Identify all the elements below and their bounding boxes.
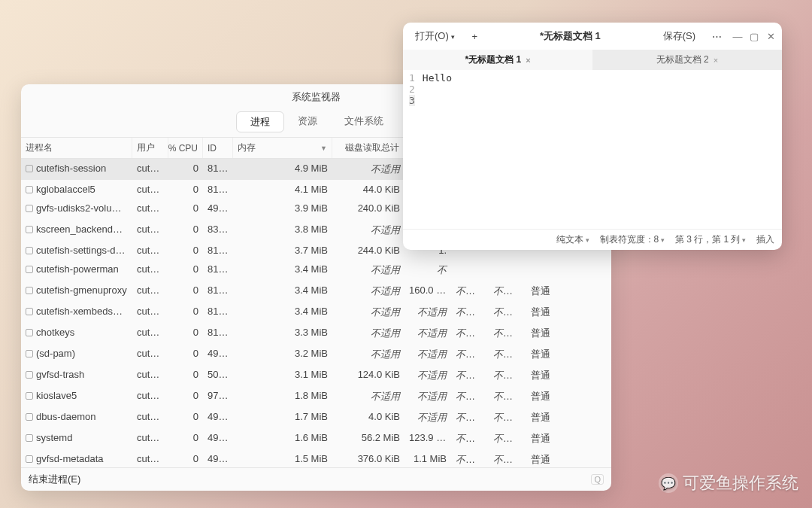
document-tabs: *无标题文档 1×无标题文档 2×	[403, 50, 782, 70]
document-tab[interactable]: *无标题文档 1×	[403, 50, 592, 70]
window-controls: — ▢ ✕	[732, 31, 776, 42]
open-button[interactable]: 打开(O) ▾	[409, 27, 461, 45]
save-button[interactable]: 保存(S)	[657, 27, 701, 45]
process-icon	[26, 205, 33, 212]
process-icon	[26, 226, 33, 233]
footer-bar: 结束进程(E) Q	[21, 467, 611, 491]
table-row[interactable]: dbus-daemoncutefish049111.7 MiB4.0 KiB不适…	[21, 407, 611, 428]
tab-processes[interactable]: 进程	[236, 111, 284, 132]
col-name[interactable]: 进程名	[21, 138, 132, 158]
table-row[interactable]: kioslave5cutefish097131.8 MiB不适用不适用不适用不适…	[21, 386, 611, 407]
process-icon	[26, 266, 33, 273]
col-disk-read[interactable]: 磁盘读取总计	[332, 138, 404, 158]
process-icon	[26, 434, 33, 442]
watermark: 💬 可爱鱼操作系统	[659, 472, 798, 494]
text-area[interactable]: Hello	[420, 70, 782, 229]
syntax-mode[interactable]: 纯文本	[556, 233, 589, 246]
col-memory[interactable]: 内存▼	[233, 138, 332, 158]
process-icon	[26, 186, 33, 193]
menu-button[interactable]: ⋯	[706, 29, 728, 44]
document-tab[interactable]: 无标题文档 2×	[592, 50, 782, 70]
process-icon	[26, 329, 33, 336]
sort-icon: ▼	[320, 144, 327, 152]
table-row[interactable]: cutefish-powermancutefish081443.4 MiB不适用…	[21, 260, 611, 281]
col-id[interactable]: ID	[203, 138, 233, 158]
editor-body: 123 Hello	[403, 70, 782, 229]
process-icon	[26, 165, 33, 172]
chevron-down-icon: ▾	[451, 33, 455, 41]
insert-mode[interactable]: 插入	[756, 233, 774, 246]
document-title: *无标题文档 1	[488, 29, 653, 43]
table-row[interactable]: chotkeyscutefish081423.3 MiB不适用不适用不适用不适用…	[21, 323, 611, 344]
table-row[interactable]: gvfsd-trashcutefish050793.1 MiB124.0 KiB…	[21, 365, 611, 386]
close-icon[interactable]: ✕	[765, 31, 776, 42]
col-cpu[interactable]: % CPU	[168, 138, 203, 158]
search-icon[interactable]: Q	[591, 474, 604, 485]
maximize-icon[interactable]: ▢	[749, 31, 759, 42]
table-row[interactable]: (sd-pam)cutefish049083.2 MiB不适用不适用不适用不适用…	[21, 344, 611, 365]
new-tab-button[interactable]: +	[465, 29, 483, 44]
col-user[interactable]: 用户	[132, 138, 168, 158]
table-row[interactable]: cutefish-xembedsniproxcutefish081423.4 M…	[21, 302, 611, 323]
process-icon	[26, 413, 33, 421]
table-row[interactable]: systemdcutefish049081.6 MiB56.2 MiB123.9…	[21, 428, 611, 449]
process-icon	[26, 308, 33, 315]
tab-width[interactable]: 制表符宽度：8	[600, 233, 665, 246]
minimize-icon[interactable]: —	[732, 31, 743, 42]
end-process-button[interactable]: 结束进程(E)	[29, 473, 80, 486]
tab-resources[interactable]: 资源	[284, 111, 331, 132]
wechat-icon: 💬	[659, 473, 678, 493]
tab-filesystems[interactable]: 文件系统	[331, 111, 397, 132]
process-icon	[26, 371, 33, 379]
cursor-position[interactable]: 第 3 行，第 1 列	[675, 233, 746, 246]
process-icon	[26, 350, 33, 357]
table-row[interactable]: gvfsd-metadatacutefish049221.5 MiB376.0 …	[21, 449, 611, 467]
status-bar: 纯文本 制表符宽度：8 第 3 行，第 1 列 插入	[403, 229, 782, 250]
table-row[interactable]: cutefish-gmenuproxycutefish081423.4 MiB不…	[21, 281, 611, 302]
process-icon	[26, 287, 33, 294]
tab-close-icon[interactable]: ×	[526, 56, 530, 65]
process-icon	[26, 455, 33, 463]
process-icon	[26, 392, 33, 400]
text-editor-window: 打开(O) ▾ + *无标题文档 1 保存(S) ⋯ — ▢ ✕ *无标题文档 …	[403, 23, 782, 250]
editor-header: 打开(O) ▾ + *无标题文档 1 保存(S) ⋯ — ▢ ✕	[403, 23, 782, 50]
process-icon	[26, 247, 33, 254]
tab-close-icon[interactable]: ×	[714, 56, 718, 65]
line-gutter: 123	[403, 70, 420, 229]
